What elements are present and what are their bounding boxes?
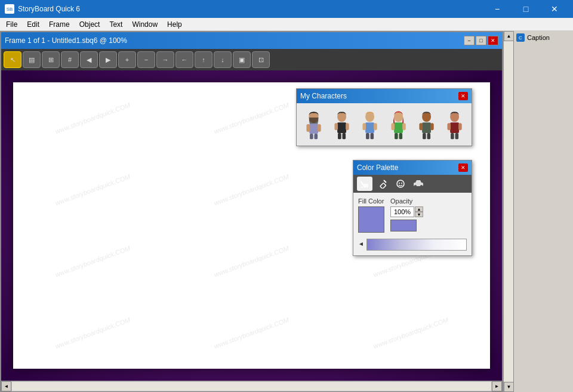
svg-rect-26 — [419, 123, 423, 130]
menu-edit[interactable]: Edit — [22, 18, 44, 31]
title-bar: SB StoryBoard Quick 6 − □ ✕ — [0, 0, 573, 18]
svg-rect-32 — [447, 123, 451, 130]
svg-rect-14 — [363, 123, 366, 130]
svg-rect-4 — [310, 134, 313, 139]
opacity-color-swatch[interactable] — [390, 220, 417, 232]
car-tab-button[interactable] — [411, 177, 426, 191]
svg-rect-20 — [391, 123, 395, 130]
characters-row — [297, 103, 472, 146]
svg-point-46 — [420, 185, 423, 187]
select-tool-button[interactable]: ↖ — [4, 51, 21, 68]
menu-help[interactable]: Help — [162, 18, 187, 31]
opacity-input-row: ▲ ▼ — [390, 206, 423, 217]
face-icon — [396, 179, 405, 189]
horizontal-scroll-track[interactable] — [11, 381, 492, 391]
eyedropper-tab-button[interactable] — [375, 177, 390, 191]
svg-rect-22 — [395, 133, 398, 139]
caption-label-row: C Caption — [516, 33, 571, 42]
arrow-right-button[interactable]: → — [156, 51, 174, 68]
svg-point-45 — [414, 185, 417, 187]
fill-color-swatch[interactable] — [358, 206, 384, 233]
frame-maximize-button[interactable]: □ — [476, 36, 486, 45]
svg-rect-11 — [343, 133, 346, 139]
arrow-up-button[interactable]: ↑ — [195, 51, 212, 68]
add-frame-button[interactable]: + — [118, 51, 136, 68]
grid-tool-button[interactable]: ⊞ — [42, 51, 60, 68]
character-3[interactable] — [358, 108, 382, 141]
scroll-left-button[interactable]: ◄ — [1, 381, 11, 391]
caption-text: Caption — [527, 34, 550, 41]
number-tool-button[interactable]: # — [61, 51, 79, 68]
opacity-up-button[interactable]: ▲ — [415, 206, 423, 212]
scroll-up-button[interactable]: ▲ — [504, 31, 514, 41]
frame-close-button[interactable]: ✕ — [488, 36, 498, 45]
svg-marker-36 — [361, 187, 363, 188]
arrow-down-button[interactable]: ↓ — [214, 51, 232, 68]
close-button[interactable]: ✕ — [541, 0, 568, 18]
character-1[interactable] — [301, 108, 326, 141]
frame-minimize-button[interactable]: − — [464, 36, 475, 45]
svg-rect-23 — [399, 133, 402, 139]
prev-frame-button[interactable]: ◀ — [80, 51, 98, 68]
fill-icon — [359, 178, 370, 189]
svg-rect-29 — [427, 133, 430, 139]
my-characters-close-button[interactable]: ✕ — [458, 92, 468, 100]
svg-rect-1 — [309, 124, 318, 134]
menu-file[interactable]: File — [1, 18, 22, 31]
scroll-right-button[interactable]: ► — [492, 381, 502, 391]
opacity-spinner: ▲ ▼ — [415, 206, 423, 217]
caption-panel: C Caption — [513, 31, 573, 382]
face-tab-button[interactable] — [393, 177, 408, 191]
opacity-section: Opacity ▲ ▼ — [390, 197, 423, 232]
color-palette-close-button[interactable]: ✕ — [458, 163, 468, 172]
car-icon — [413, 180, 424, 188]
svg-rect-17 — [371, 133, 374, 139]
svg-rect-21 — [402, 123, 406, 130]
menu-text[interactable]: Text — [104, 18, 127, 31]
layers-button[interactable]: ▣ — [233, 51, 251, 68]
opacity-input[interactable] — [390, 206, 414, 217]
opacity-down-button[interactable]: ▼ — [415, 212, 423, 217]
svg-point-42 — [399, 183, 400, 184]
character-4[interactable] — [386, 108, 411, 141]
my-characters-panel: My Characters ✕ — [296, 88, 472, 146]
palette-main-row: Fill Color Opacity ▲ ▼ — [358, 197, 467, 233]
main-content: Frame 1 of 1 - Untitled1.sbq6 @ 100% − □… — [0, 31, 503, 392]
app-icon: SB — [5, 4, 14, 14]
svg-point-41 — [397, 180, 404, 187]
svg-line-39 — [384, 180, 386, 183]
my-characters-title: My Characters — [300, 92, 347, 100]
vertical-scroll-track[interactable] — [504, 41, 513, 382]
fill-tab-button[interactable] — [357, 177, 372, 191]
title-bar-left: SB StoryBoard Quick 6 — [5, 4, 80, 14]
arrow-left-button[interactable]: ← — [175, 51, 193, 68]
caption-icon: C — [516, 33, 525, 42]
svg-rect-10 — [338, 133, 341, 139]
menu-window[interactable]: Window — [127, 18, 162, 31]
minimize-button[interactable]: − — [483, 0, 511, 18]
app-body: Frame 1 of 1 - Untitled1.sbq6 @ 100% − □… — [0, 31, 573, 392]
svg-point-18 — [394, 112, 403, 122]
my-characters-title-bar: My Characters ✕ — [297, 89, 472, 103]
maximize-button[interactable]: □ — [512, 0, 540, 18]
character-6[interactable] — [442, 108, 467, 141]
expand-button[interactable]: ⊡ — [252, 51, 270, 68]
character-5[interactable] — [414, 108, 439, 141]
text-tool-button[interactable]: ▤ — [23, 51, 41, 68]
frame-title-controls: − □ ✕ — [464, 36, 498, 45]
remove-frame-button[interactable]: − — [137, 51, 155, 68]
scroll-down-button[interactable]: ▼ — [504, 382, 514, 392]
menu-bar: File Edit Frame Object Text Window Help — [0, 18, 573, 31]
palette-gradient-bar[interactable] — [366, 239, 467, 251]
palette-left-arrow[interactable]: ◄ — [358, 240, 364, 247]
character-2[interactable] — [329, 108, 354, 141]
menu-frame[interactable]: Frame — [44, 18, 75, 31]
svg-rect-7 — [337, 122, 346, 133]
canvas-area[interactable]: www.storyboardquick.COM www.storyboardqu… — [1, 70, 502, 381]
fill-color-label: Fill Color — [358, 197, 384, 205]
color-palette-title-bar: Color Palette ✕ — [353, 160, 472, 175]
menu-object[interactable]: Object — [75, 18, 105, 31]
color-palette-title: Color Palette — [357, 163, 398, 172]
next-frame-button[interactable]: ▶ — [99, 51, 117, 68]
svg-rect-5 — [315, 134, 318, 139]
